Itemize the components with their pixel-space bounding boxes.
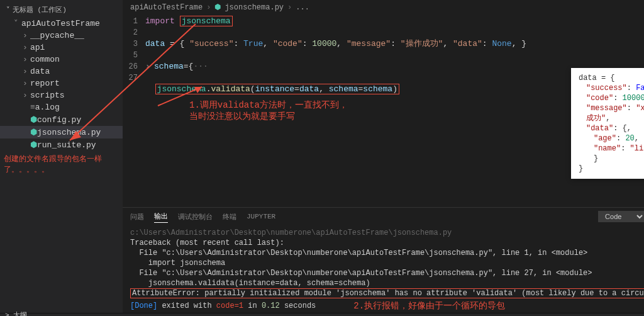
item-label: common xyxy=(30,55,60,64)
folder-root[interactable]: ˅ apiAutoTestFrame xyxy=(0,17,123,30)
chevron-down-icon: ˅ xyxy=(6,6,10,14)
item-label: data xyxy=(30,67,50,76)
breadcrumb[interactable]: apiAutoTestFrame › ⬢ jsonschema.py › ... xyxy=(123,0,644,14)
file-item[interactable]: ⬢ config.py xyxy=(0,113,123,126)
folder-item[interactable]: ›common xyxy=(0,54,123,65)
terminal-output[interactable]: c:\Users\Administrator\Desktop\numberone… xyxy=(123,225,644,313)
folder-item[interactable]: ›scripts xyxy=(0,89,123,101)
explorer-header: ˅ 无标题 (工作区) xyxy=(0,3,123,17)
annotation-2: 2.执行报错，好像由于一个循环的导包 xyxy=(353,301,505,311)
item-label: api xyxy=(30,43,45,52)
error-line: AttributeError: partially initialized mo… xyxy=(130,288,644,298)
chevron-right-icon: › xyxy=(287,3,292,12)
tab-jupyter[interactable]: JUPYTER xyxy=(247,212,275,222)
item-label: run_suite.py xyxy=(37,140,96,150)
chevron-down-icon: ˅ xyxy=(14,18,21,28)
folder-item[interactable]: ›report xyxy=(0,77,123,89)
folder-item[interactable]: ›__pycache__ xyxy=(0,30,123,42)
tab-debug[interactable]: 调试控制台 xyxy=(178,211,213,223)
output-channel-select[interactable]: Code xyxy=(598,211,644,222)
folder-item[interactable]: ›data xyxy=(0,65,123,77)
tab-output[interactable]: 输出 xyxy=(154,210,168,223)
panel-tabs: 问题 输出 调试控制台 终端 JUPYTER Code ≡ 🔓 ▯ ⋯ xyxy=(123,208,644,225)
status-bar: > 大纲 xyxy=(0,313,644,316)
hover-tooltip: data = { "success": False,"code": 10000,… xyxy=(571,68,644,179)
editor-area: apiAutoTestFrame › ⬢ jsonschema.py › ...… xyxy=(123,0,644,313)
code-editor[interactable]: 1 2 3 5 26 27 import jsonschema data = {… xyxy=(123,14,644,207)
file-item[interactable]: ⬢ run_suite.py xyxy=(0,138,123,151)
bottom-panel: 问题 输出 调试控制台 终端 JUPYTER Code ≡ 🔓 ▯ ⋯ c:\U… xyxy=(123,207,644,313)
tab-problems[interactable]: 问题 xyxy=(130,211,144,223)
item-label: report xyxy=(30,79,60,88)
item-label: config.py xyxy=(37,115,81,125)
line-gutter: 1 2 3 5 26 27 xyxy=(123,14,145,207)
workspace-title: 无标题 (工作区) xyxy=(13,5,67,14)
breadcrumb-more[interactable]: ... xyxy=(296,3,309,12)
breadcrumb-part[interactable]: jsonschema.py xyxy=(225,3,284,12)
breadcrumb-part[interactable]: apiAutoTestFrame xyxy=(130,3,203,12)
chevron-right-icon: › xyxy=(206,3,211,12)
item-label: jsonschema.py xyxy=(37,128,101,137)
file-explorer: ˅ 无标题 (工作区) ˅ apiAutoTestFrame ›__pycach… xyxy=(0,0,123,313)
annotation-filename: 创建的文件名跟导的包名一样了。。。。。 xyxy=(0,151,123,178)
item-label: scripts xyxy=(30,91,65,100)
file-item[interactable]: ≡ a.log xyxy=(0,101,123,113)
item-label: a.log xyxy=(35,103,60,112)
fold-icon[interactable]: › xyxy=(145,61,154,72)
file-item[interactable]: ⬢ jsonschema.py xyxy=(0,126,123,138)
folder-label: apiAutoTestFrame xyxy=(21,19,100,28)
annotation-1: 1.调用validata方法时，一直找不到， 当时没注意以为就是要手写 xyxy=(189,99,348,122)
folder-item[interactable]: ›api xyxy=(0,42,123,54)
tab-terminal[interactable]: 终端 xyxy=(223,211,236,223)
item-label: __pycache__ xyxy=(30,31,84,40)
